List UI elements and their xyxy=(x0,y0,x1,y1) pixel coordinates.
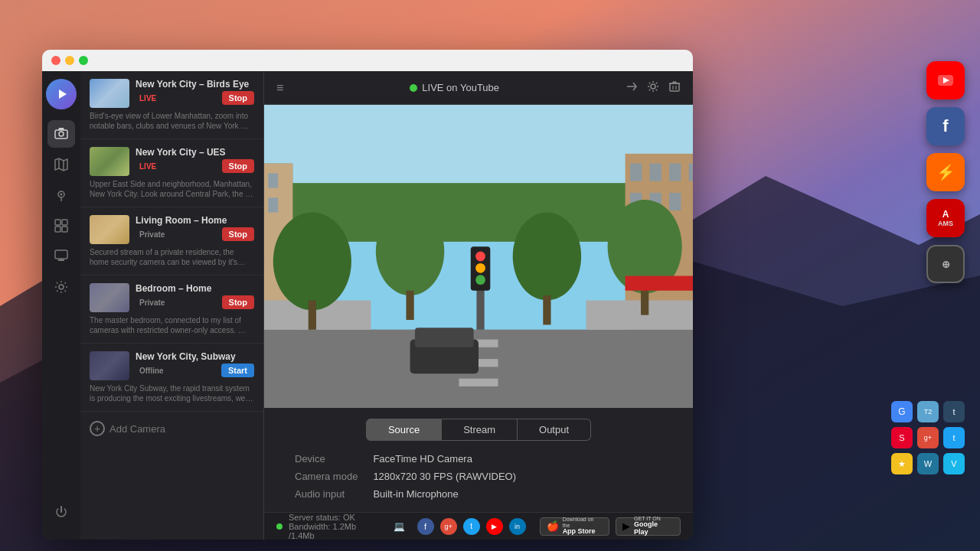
svg-rect-22 xyxy=(670,83,679,91)
sidebar-item-power[interactable] xyxy=(47,498,75,526)
traffic-lights xyxy=(51,56,88,65)
svg-rect-70 xyxy=(626,276,693,291)
svg-rect-44 xyxy=(689,164,693,181)
server-status-dot xyxy=(276,523,283,530)
dock-youtube[interactable] xyxy=(926,61,965,99)
mini-googleplus[interactable]: g+ xyxy=(917,427,939,448)
minimize-button[interactable] xyxy=(65,56,74,65)
social-googleplus[interactable]: g+ xyxy=(440,518,457,535)
googleplay-icon: ▶ xyxy=(622,520,630,532)
svg-point-12 xyxy=(60,194,63,196)
svg-rect-54 xyxy=(586,300,693,329)
svg-rect-14 xyxy=(62,220,67,225)
maximize-button[interactable] xyxy=(79,56,88,65)
sidebar-item-channels[interactable] xyxy=(47,243,75,270)
settings-icon[interactable] xyxy=(647,80,659,96)
sidebar-item-grid[interactable] xyxy=(47,212,75,240)
trash-icon[interactable] xyxy=(668,80,681,96)
googleplay-badge[interactable]: ▶ GET IT ON Google Play xyxy=(616,517,681,536)
camera-start-btn-4[interactable]: Start xyxy=(221,364,254,377)
mini-vimeo[interactable]: V xyxy=(943,453,965,474)
camera-item-0[interactable]: New York City – Birds Eye LIVE Stop Bird… xyxy=(80,71,263,139)
dock-thunder[interactable]: ⚡ xyxy=(926,153,965,191)
camera-thumb-4 xyxy=(90,351,129,380)
svg-rect-16 xyxy=(62,227,67,232)
social-youtube[interactable]: ▶ xyxy=(486,518,503,535)
camera-list: New York City – Birds Eye LIVE Stop Bird… xyxy=(80,71,264,540)
svg-rect-56 xyxy=(309,300,316,329)
googleplay-main-text: Google Play xyxy=(634,521,674,536)
camera-status-4: Offline xyxy=(136,366,168,376)
mini-s[interactable]: S xyxy=(891,427,913,448)
menu-icon[interactable]: ≡ xyxy=(276,81,283,95)
add-camera-button[interactable]: + Add Camera xyxy=(80,412,263,445)
right-panel: ≡ LIVE on YouTube xyxy=(264,71,693,540)
mini-yellow[interactable]: ★ xyxy=(891,453,913,474)
app-logo[interactable] xyxy=(46,79,77,109)
svg-point-57 xyxy=(376,207,444,295)
close-button[interactable] xyxy=(51,56,60,65)
main-content: New York City – Birds Eye LIVE Stop Bird… xyxy=(42,71,693,540)
camera-stop-btn-2[interactable]: Stop xyxy=(222,227,254,241)
sidebar-item-maps[interactable] xyxy=(47,151,75,178)
svg-point-55 xyxy=(273,213,351,311)
camera-stop-btn-3[interactable]: Stop xyxy=(222,295,254,309)
tab-output[interactable]: Output xyxy=(518,419,591,441)
social-facebook[interactable]: f xyxy=(417,518,434,535)
camera-desc-4: New York City Subway, the rapid transit … xyxy=(90,383,254,403)
dock-ams[interactable]: A AMS xyxy=(926,199,965,237)
svg-rect-58 xyxy=(406,291,413,320)
svg-point-69 xyxy=(475,275,485,285)
mini-wordpress[interactable]: W xyxy=(917,453,939,474)
camera-desc-1: Upper East Side and neighborhood, Manhat… xyxy=(90,179,254,199)
dock-s5[interactable]: ⊕ xyxy=(926,245,965,283)
mini-t2[interactable]: T2 xyxy=(917,401,939,422)
mini-twitter2[interactable]: t xyxy=(943,427,965,448)
svg-marker-3 xyxy=(59,90,67,99)
svg-rect-52 xyxy=(459,379,498,386)
camera-name-0: New York City – Birds Eye xyxy=(136,79,254,90)
add-camera-label: Add Camera xyxy=(109,423,165,435)
dock-facebook[interactable]: f xyxy=(926,107,965,145)
camera-desc-0: Bird's-eye view of Lower Manhattan, zoom… xyxy=(90,111,254,131)
camera-thumb-0 xyxy=(90,79,129,108)
camera-mode-label: Camera mode xyxy=(295,471,358,482)
camera-item-2[interactable]: Living Room – Home Private Stop Secured … xyxy=(80,207,263,276)
tab-stream[interactable]: Stream xyxy=(442,419,518,441)
add-circle-icon: + xyxy=(90,421,105,436)
camera-mode-value: 980x551 30 FPS (RAWVIDEO) xyxy=(373,471,601,482)
mini-tumblr[interactable]: t xyxy=(943,401,965,422)
camera-stop-btn-0[interactable]: Stop xyxy=(222,91,254,105)
mini-google[interactable]: G xyxy=(891,401,913,422)
social-twitter[interactable]: t xyxy=(463,518,480,535)
camera-status-1: LIVE xyxy=(136,161,160,171)
svg-rect-60 xyxy=(543,295,550,324)
svg-rect-15 xyxy=(55,227,60,232)
camera-thumb-3 xyxy=(90,283,129,312)
camera-name-3: Bedroom – Home xyxy=(136,283,254,294)
sidebar-item-settings[interactable] xyxy=(47,273,75,301)
appstore-badge[interactable]: 🍎 Download on the App Store xyxy=(540,517,609,536)
controls-area: Source Stream Output Device FaceTime HD … xyxy=(264,408,693,512)
camera-stop-btn-1[interactable]: Stop xyxy=(222,159,254,173)
audio-input-value: Built-in Microphone xyxy=(373,488,601,500)
camera-status-3: Private xyxy=(136,298,168,308)
appstore-top-text: Download on the xyxy=(563,517,603,528)
sidebar-item-location[interactable] xyxy=(47,181,75,209)
tab-buttons: Source Stream Output xyxy=(279,419,678,441)
dock-icons: f ⚡ A AMS ⊕ xyxy=(926,61,965,283)
sidebar-item-cameras[interactable] xyxy=(47,120,75,148)
camera-item-4[interactable]: New York City, Subway Offline Start New … xyxy=(80,344,263,412)
title-bar xyxy=(42,50,693,71)
store-badges: 🍎 Download on the App Store ▶ GET IT ON … xyxy=(540,517,681,536)
share-icon[interactable] xyxy=(626,80,638,96)
svg-point-59 xyxy=(513,213,581,301)
camera-item-3[interactable]: Bedroom – Home Private Stop The master b… xyxy=(80,276,263,344)
source-info-grid: Device FaceTime HD Camera Camera mode 12… xyxy=(295,453,601,500)
tab-source[interactable]: Source xyxy=(366,419,442,441)
sidebar-icons xyxy=(42,71,80,540)
svg-rect-43 xyxy=(669,164,681,181)
camera-item-1[interactable]: New York City – UES LIVE Stop Upper East… xyxy=(80,139,263,207)
social-linkedin[interactable]: in xyxy=(509,518,526,535)
bandwidth-icon: 💻 xyxy=(394,521,405,532)
